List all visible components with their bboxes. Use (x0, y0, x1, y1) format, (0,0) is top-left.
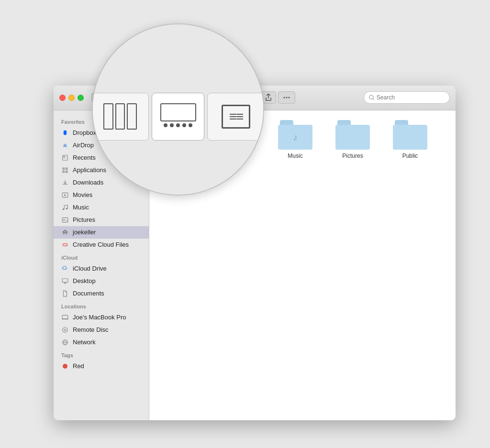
zoomed-toolbar-buttons: ≡≡ (92, 93, 264, 141)
sidebar-item-macbook-pro[interactable]: Joe's MacBook Pro (54, 311, 149, 324)
recents-icon (61, 154, 69, 162)
svg-line-11 (373, 98, 374, 100)
creative-cloud-icon (61, 241, 69, 249)
sidebar-item-joekeller[interactable]: joekeller (54, 226, 149, 239)
zoom-gallery-view-btn[interactable] (152, 93, 204, 141)
sidebar-recents-label: Recents (73, 154, 96, 161)
sidebar-applications-label: Applications (73, 166, 106, 174)
sidebar-item-red-tag[interactable]: Red (54, 360, 149, 372)
sidebar-remote-disc-label: Remote Disc (73, 326, 108, 333)
sidebar-airdrop-label: AirDrop (73, 142, 94, 149)
folder-item-pictures[interactable]: Pictures (331, 120, 374, 159)
dropbox-icon (61, 129, 69, 137)
zoom-gallery-icon (159, 103, 197, 130)
svg-point-29 (63, 327, 68, 332)
sidebar-item-remote-disc[interactable]: Remote Disc (54, 324, 149, 336)
applications-icon (61, 166, 69, 174)
pictures-icon (61, 216, 69, 224)
action-button[interactable] (278, 91, 295, 104)
music-icon (61, 204, 69, 211)
airdrop-icon (61, 142, 69, 149)
documents-icon (61, 290, 69, 297)
red-dot-icon (61, 362, 69, 370)
icloud-label: iCloud (54, 251, 149, 262)
sidebar-downloads-label: Downloads (73, 179, 103, 186)
sidebar-network-label: Network (73, 339, 96, 346)
svg-rect-19 (62, 170, 65, 173)
svg-point-24 (66, 208, 68, 209)
sidebar-item-network[interactable]: Network (54, 336, 149, 349)
sidebar-creative-cloud-label: Creative Cloud Files (73, 241, 129, 248)
disc-icon (61, 326, 69, 334)
sidebar-macbook-label: Joe's MacBook Pro (73, 314, 126, 321)
folder-label-public: Public (402, 153, 418, 159)
svg-rect-28 (62, 315, 68, 319)
sidebar-item-movies[interactable]: Movies (54, 189, 149, 201)
svg-rect-17 (62, 167, 65, 170)
zoom-list-view-btn[interactable]: ≡≡ (207, 93, 264, 141)
zoom-list-icon: ≡≡ (222, 105, 250, 129)
downloads-icon (61, 179, 69, 186)
svg-point-9 (289, 97, 290, 98)
folder-icon-music: ♪ (278, 120, 312, 150)
svg-point-7 (284, 97, 285, 98)
folder-label-music: Music (288, 153, 302, 159)
sidebar-joekeller-label: joekeller (73, 229, 96, 236)
svg-rect-25 (62, 218, 68, 222)
sidebar-red-tag-label: Red (73, 362, 84, 370)
magnifier-circle: ≡≡ (92, 23, 264, 196)
svg-point-8 (286, 97, 288, 98)
folder-icon-pictures (335, 120, 370, 150)
home-icon (61, 229, 69, 236)
search-box[interactable] (364, 91, 450, 104)
svg-point-30 (64, 329, 66, 331)
movies-icon (61, 191, 69, 199)
share-icon (265, 94, 272, 101)
folder-icon-public (393, 120, 427, 150)
magnifier-content: ≡≡ (93, 24, 263, 195)
traffic-lights (59, 95, 84, 101)
close-button[interactable] (59, 95, 66, 101)
search-input[interactable] (377, 94, 445, 101)
sidebar-item-desktop[interactable]: Desktop (54, 275, 149, 287)
sidebar-item-documents[interactable]: Documents (54, 287, 149, 300)
zoom-columns-view-btn[interactable] (92, 93, 149, 141)
sidebar-pictures-label: Pictures (73, 216, 95, 223)
folder-item-public[interactable]: Public (389, 120, 432, 159)
sidebar-item-creative-cloud[interactable]: Creative Cloud Files (54, 239, 149, 251)
minimize-button[interactable] (68, 95, 75, 101)
folder-label-pictures: Pictures (342, 153, 363, 159)
svg-rect-15 (66, 156, 67, 156)
network-icon (61, 339, 69, 346)
sidebar-item-music[interactable]: Music (54, 201, 149, 214)
sidebar-item-icloud-drive[interactable]: iCloud Drive (54, 262, 149, 275)
search-icon (369, 95, 374, 100)
sidebar-documents-label: Documents (73, 290, 104, 297)
svg-rect-27 (62, 278, 68, 282)
sidebar-icloud-drive-label: iCloud Drive (73, 265, 107, 272)
svg-marker-22 (64, 194, 66, 196)
maximize-button[interactable] (78, 95, 84, 101)
sidebar-item-pictures[interactable]: Pictures (54, 214, 149, 226)
folder-item-music[interactable]: ♪ Music (274, 120, 317, 159)
sidebar-dropbox-label: Dropbox (73, 129, 96, 136)
zoom-columns-icon (103, 103, 137, 130)
svg-rect-20 (66, 170, 68, 173)
svg-rect-16 (64, 158, 67, 158)
locations-label: Locations (54, 300, 149, 311)
action-icon (283, 97, 290, 98)
svg-point-34 (63, 364, 67, 369)
svg-rect-18 (66, 167, 68, 170)
tags-label: Tags (54, 349, 149, 360)
sidebar-desktop-label: Desktop (73, 277, 96, 284)
svg-point-23 (63, 208, 65, 210)
screenshot-wrapper: ≡≡ ‹ › (30, 28, 460, 420)
icloud-icon (61, 265, 69, 273)
sidebar-music-label: Music (73, 204, 89, 211)
svg-rect-13 (63, 155, 68, 160)
svg-point-10 (369, 95, 373, 99)
desktop-icon (61, 277, 69, 285)
sidebar-movies-label: Movies (73, 191, 92, 198)
svg-rect-14 (64, 156, 65, 157)
laptop-icon (61, 314, 69, 321)
